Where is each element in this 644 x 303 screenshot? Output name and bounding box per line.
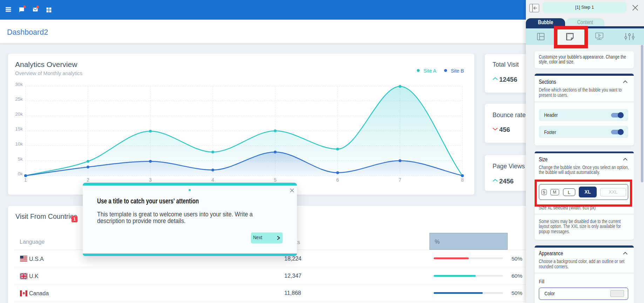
svg-text:15k: 15k (15, 126, 23, 132)
svg-text:3: 3 (149, 177, 152, 183)
svg-text:4: 4 (211, 177, 214, 183)
svg-text:30k: 30k (15, 82, 23, 87)
svg-text:1: 1 (24, 177, 27, 183)
svg-text:5: 5 (274, 177, 277, 183)
svg-text:8: 8 (461, 177, 464, 183)
svg-text:0k: 0k (18, 171, 23, 176)
svg-text:7: 7 (399, 177, 401, 183)
svg-text:20k: 20k (15, 112, 23, 117)
svg-text:5k: 5k (18, 156, 23, 162)
svg-text:10k: 10k (15, 141, 23, 147)
svg-text:2: 2 (87, 177, 89, 183)
svg-text:25k: 25k (15, 96, 23, 102)
svg-text:6: 6 (336, 177, 339, 183)
